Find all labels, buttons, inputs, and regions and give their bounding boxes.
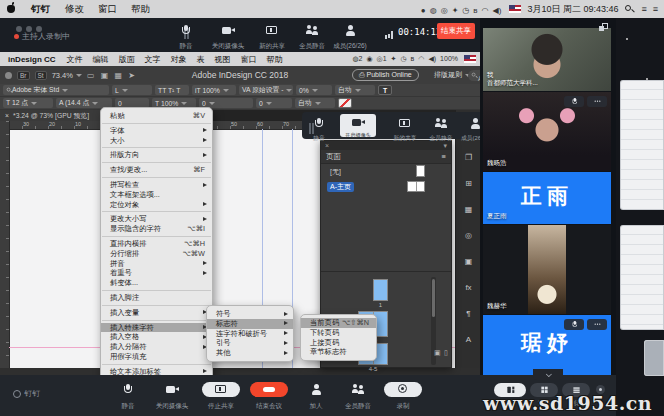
master-page-row[interactable]: [无] — [321, 164, 451, 179]
context-menu-item-20[interactable]: 用假字填充 — [101, 352, 212, 362]
status-icon[interactable]: ◎1 — [377, 55, 387, 62]
context-menu-item-7[interactable]: 定位对象 — [101, 200, 212, 210]
dock-panel-icon[interactable]: A — [456, 335, 480, 344]
camera-off-button[interactable]: 关闭摄像头 — [144, 381, 200, 411]
indesign-menu-文字[interactable]: 文字 — [140, 55, 166, 64]
status-icon[interactable]: ◷ — [400, 55, 406, 62]
status-icon[interactable]: ✦ — [452, 6, 459, 15]
os-menu-修改[interactable]: 修改 — [58, 3, 91, 14]
stock-search-input[interactable]: Ado — [468, 70, 480, 81]
panel-divider[interactable] — [321, 271, 451, 272]
status-icon[interactable]: ʙ — [473, 6, 477, 15]
context-menu-item-8[interactable]: 更改大小写 — [101, 214, 212, 224]
new-page-icon[interactable]: ▣ — [434, 349, 441, 357]
participant-tile[interactable]: 正雨夏正雨 — [483, 172, 611, 224]
notification-center-icon[interactable]: ≡ — [641, 4, 646, 14]
status-icon[interactable]: ◉ — [366, 55, 372, 62]
indesign-menu-视图[interactable]: 视图 — [210, 55, 236, 64]
control-field[interactable]: 自动 — [335, 85, 375, 95]
status-icon[interactable]: ◎ — [441, 6, 448, 15]
marker-submenu-item-1[interactable]: 下转页码 — [301, 328, 376, 338]
special-char-submenu-item-1[interactable]: 标志符 — [207, 319, 293, 329]
dock-panel-icon[interactable]: ▦ — [456, 205, 480, 214]
context-menu-item-13[interactable]: 着重号 — [101, 268, 212, 278]
participant-tile[interactable]: 魏旸浩 — [483, 92, 611, 171]
indesign-menu-帮助[interactable]: 帮助 — [262, 55, 288, 64]
status-icon[interactable]: ◍2 — [352, 55, 362, 62]
control-field[interactable]: VA 原始设置 - — [239, 85, 293, 95]
dock-panel-icon[interactable]: ◎ — [456, 231, 480, 240]
status-icon[interactable]: ◠ — [418, 55, 424, 62]
collapse-sidebar-button[interactable] — [533, 369, 563, 380]
stock-button[interactable]: St — [35, 71, 47, 80]
tile-more-button[interactable] — [587, 319, 607, 330]
participant-tile[interactable]: 琚妤 — [483, 315, 611, 375]
indesign-menu-编辑[interactable]: 编辑 — [88, 55, 114, 64]
record-button[interactable]: 录制 — [375, 381, 431, 411]
context-menu-item-21[interactable]: 给文本添加标签 — [101, 367, 212, 375]
bridge-button[interactable]: Br — [17, 71, 30, 80]
tile-mute-button[interactable] — [564, 319, 584, 330]
special-char-submenu-item-0[interactable]: 符号 — [207, 309, 293, 319]
publish-online-button[interactable]: ⎙ Publish Online — [352, 69, 419, 81]
indesign-menu-表[interactable]: 表 — [192, 55, 210, 64]
context-menu-item-5[interactable]: 拼写检查 — [101, 180, 212, 190]
spotlight-search-icon[interactable] — [624, 4, 635, 15]
context-menu-item-0[interactable]: 粘贴⌘V — [101, 111, 212, 121]
tile-mute-button[interactable] — [564, 96, 584, 107]
status-icon[interactable]: ◍ — [430, 6, 437, 15]
mute-button[interactable]: 静音 — [164, 22, 208, 51]
special-char-submenu-item-3[interactable]: 引号 — [207, 338, 293, 348]
control-field[interactable]: T 12 点 — [3, 98, 53, 108]
camera-on-button[interactable]: 开启摄像头 — [340, 114, 376, 137]
marker-submenu-item-3[interactable]: 章节标志符 — [301, 347, 376, 357]
workspace-dropdown[interactable]: 排版规则 — [434, 70, 471, 80]
control-field[interactable]: T — [378, 85, 392, 95]
control-field[interactable]: iT 100% — [192, 85, 236, 95]
indesign-menu-文件[interactable]: 文件 — [62, 55, 88, 64]
context-menu-item-4[interactable]: 查找/更改...⌘F — [101, 165, 212, 175]
control-field[interactable]: Adobe 宋体 Std — [3, 85, 109, 95]
control-field[interactable]: 自动 — [295, 98, 335, 108]
status-icon[interactable]: ʙ — [411, 55, 415, 62]
members-button[interactable]: 成员(26/26) — [328, 22, 372, 51]
status-icon[interactable]: ◀) — [493, 6, 502, 15]
status-icon[interactable]: ◠ — [482, 6, 489, 15]
panel-menu-icon[interactable]: ≡ — [442, 152, 446, 161]
os-menu-帮助[interactable]: 帮助 — [124, 3, 157, 14]
marker-submenu-item-0[interactable]: 当前页码⌥⇧⌘N — [301, 318, 376, 328]
dock-panel-icon[interactable]: ¶ — [456, 309, 480, 318]
dock-panel-icon[interactable]: ❐ — [456, 153, 480, 162]
control-field[interactable]: 0 — [256, 98, 292, 108]
page-thumbnail[interactable] — [373, 279, 388, 301]
context-menu-item-12[interactable]: 拼音 — [101, 259, 212, 269]
master-page-row[interactable]: A-主页 — [321, 179, 451, 194]
control-field[interactable]: / — [338, 98, 352, 108]
context-menu-item-3[interactable]: 排版方向 — [101, 150, 212, 160]
mute-all-button[interactable]: 全员静音 — [422, 115, 460, 143]
apple-icon[interactable] — [0, 3, 23, 15]
context-menu-item-14[interactable]: 斜变体... — [101, 278, 212, 288]
control-field[interactable]: 0% — [296, 85, 332, 95]
special-char-submenu-item-2[interactable]: 连字符和破折号 — [207, 329, 293, 339]
os-app-name[interactable]: 钉钉 — [23, 3, 58, 16]
delete-page-icon[interactable]: ▯ — [444, 349, 448, 357]
special-char-submenu-item-4[interactable]: 其他 — [207, 348, 293, 358]
mute-button[interactable]: 静音 — [300, 115, 338, 143]
context-menu-item-19[interactable]: 插入分隔符 — [101, 342, 212, 352]
context-menu-item-6[interactable]: 文本框架选项... — [101, 190, 212, 200]
status-icon[interactable]: ● — [421, 6, 426, 15]
os-menu-窗口[interactable]: 窗口 — [91, 3, 124, 14]
context-menu-item-9[interactable]: 显示隐含的字符⌥⌘I — [101, 224, 212, 234]
marker-submenu-item-2[interactable]: 上接页码 — [301, 338, 376, 348]
dock-panel-icon[interactable]: ▣ — [456, 257, 480, 266]
new-share-button[interactable]: 新的共享 — [250, 22, 294, 51]
status-icon[interactable]: ◷ — [462, 6, 469, 15]
camera-off-button[interactable]: 关闭摄像头 — [206, 22, 250, 51]
pages-panel-tab[interactable]: 页面 — [326, 152, 341, 162]
members-button[interactable]: 成员(26/26 — [456, 115, 480, 143]
context-menu-item-11[interactable]: 分行缩排⌥⌘W — [101, 249, 212, 259]
participant-tile[interactable]: 我首都师范大学科... — [483, 28, 611, 91]
status-icon[interactable]: 100% — [440, 55, 458, 62]
context-menu-item-2[interactable]: 大小 — [101, 136, 212, 146]
